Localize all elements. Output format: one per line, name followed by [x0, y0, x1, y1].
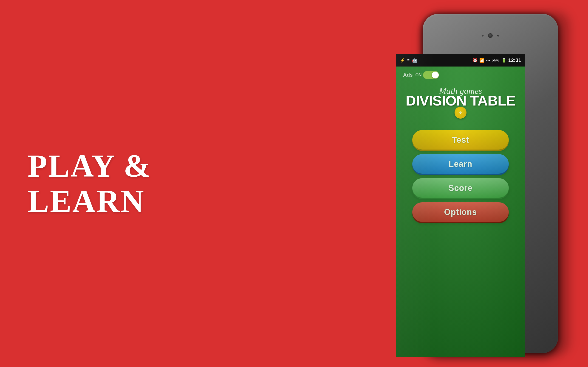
toggle-track[interactable]: [423, 71, 439, 79]
ads-row: Ads ON: [403, 71, 518, 79]
screen-content: Ads ON Math games DIVISION TABLE ÷ Test …: [396, 67, 525, 357]
title-area: Math games DIVISION TABLE ÷: [406, 86, 515, 119]
learn-button[interactable]: Learn: [412, 154, 509, 174]
usb-icon: ⚡: [400, 58, 405, 63]
status-bar-left: ⚡ ≡ 🤖: [400, 58, 418, 63]
ads-toggle[interactable]: ON: [415, 71, 439, 79]
phone-speaker-left: [482, 35, 484, 36]
status-time: 12:31: [508, 57, 521, 63]
ads-label: Ads: [403, 72, 413, 78]
score-button[interactable]: Score: [412, 178, 509, 198]
play-and-text: PLAY &: [27, 148, 151, 184]
phone-camera: [488, 33, 493, 38]
test-button[interactable]: Test: [412, 130, 509, 150]
toggle-on-label: ON: [415, 73, 422, 77]
android-icon: 🤖: [412, 58, 418, 63]
status-bar-right: ⏰ 📶 ▪▪▪ 66% 🔋 12:31: [473, 57, 521, 63]
ads-text: Ads: [403, 72, 413, 78]
left-section: PLAY & LEARN: [27, 148, 151, 219]
options-button[interactable]: Options: [412, 202, 509, 222]
battery-icon: 🔋: [502, 58, 506, 63]
toggle-thumb: [432, 72, 439, 78]
signal-icon: ▪▪▪: [486, 58, 490, 62]
alarm-icon: ⏰: [473, 58, 477, 63]
battery-percent: 66%: [492, 58, 500, 63]
phone-outer-shell: ⚡ ≡ 🤖 ⏰ 📶 ▪▪▪ 66% 🔋 12:31 Ads: [423, 14, 558, 353]
phone-screen: ⚡ ≡ 🤖 ⏰ 📶 ▪▪▪ 66% 🔋 12:31 Ads: [396, 54, 525, 357]
menu-icon: ≡: [407, 58, 409, 63]
phone-top-bar: [482, 33, 499, 38]
wifi-icon: 📶: [479, 58, 484, 63]
learn-text: LEARN: [27, 183, 145, 219]
play-learn-heading: PLAY & LEARN: [27, 148, 151, 219]
division-table-title: DIVISION TABLE: [406, 94, 515, 108]
phone-speaker-right: [497, 35, 499, 36]
status-bar: ⚡ ≡ 🤖 ⏰ 📶 ▪▪▪ 66% 🔋 12:31: [396, 54, 525, 67]
